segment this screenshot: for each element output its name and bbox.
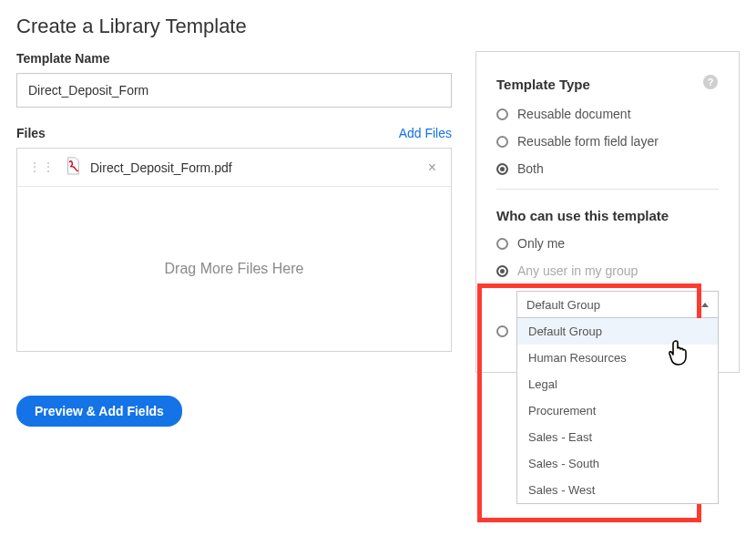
- divider: [496, 189, 719, 190]
- group-option-legal[interactable]: Legal: [517, 371, 718, 397]
- group-option-sales-south[interactable]: Sales - South: [517, 450, 718, 477]
- group-select[interactable]: Default Group Default Group Human Resour…: [516, 291, 719, 318]
- template-type-header: Template Type ?: [496, 74, 719, 94]
- radio-icon: [496, 163, 508, 175]
- radio-label: Only me: [517, 236, 565, 251]
- group-selected-value: Default Group: [526, 298, 600, 312]
- drag-handle-icon[interactable]: ⋮⋮: [28, 166, 56, 169]
- group-option-sales-east[interactable]: Sales - East: [517, 424, 718, 450]
- left-column: Template Name Files Add Files ⋮⋮ Direct_…: [16, 51, 452, 427]
- radio-icon: [496, 238, 508, 250]
- radio-icon: [496, 265, 508, 277]
- group-select-display[interactable]: Default Group: [516, 291, 719, 318]
- who-can-use-title: Who can use this template: [496, 208, 719, 223]
- radio-any-user-group[interactable]: Any user in my group: [496, 263, 719, 278]
- files-header: Files Add Files: [16, 126, 452, 140]
- add-files-link[interactable]: Add Files: [399, 126, 452, 140]
- preview-add-fields-button[interactable]: Preview & Add Fields: [16, 396, 182, 427]
- radio-icon: [496, 136, 508, 148]
- caret-up-icon: [701, 303, 709, 307]
- radio-both[interactable]: Both: [496, 161, 719, 176]
- radio-only-me[interactable]: Only me: [496, 236, 719, 251]
- right-panel: Template Type ? Reusable document Reusab…: [475, 51, 740, 373]
- radio-label: Both: [517, 161, 544, 176]
- template-type-title: Template Type: [496, 77, 590, 92]
- remove-file-icon[interactable]: ×: [424, 156, 440, 180]
- main-layout: Template Name Files Add Files ⋮⋮ Direct_…: [16, 51, 740, 427]
- files-dropzone[interactable]: Drag More Files Here: [17, 187, 451, 351]
- template-name-input[interactable]: [16, 73, 452, 108]
- radio-label: Reusable form field layer: [517, 134, 659, 149]
- files-label: Files: [16, 126, 46, 140]
- cursor-hand-icon: [667, 339, 690, 370]
- template-name-label: Template Name: [16, 51, 452, 66]
- radio-label: Reusable document: [517, 107, 631, 121]
- help-icon[interactable]: ?: [702, 74, 719, 94]
- group-option-sales-west[interactable]: Sales - West: [517, 477, 718, 503]
- file-row[interactable]: ⋮⋮ Direct_Deposit_Form.pdf ×: [17, 149, 451, 187]
- page-title: Create a Library Template: [16, 15, 740, 38]
- pdf-icon: [65, 157, 81, 179]
- radio-label: Any user in my group: [517, 263, 638, 278]
- radio-reusable-document[interactable]: Reusable document: [496, 107, 719, 121]
- file-name: Direct_Deposit_Form.pdf: [90, 160, 424, 175]
- radio-reusable-form-field-layer[interactable]: Reusable form field layer: [496, 134, 719, 149]
- svg-text:?: ?: [708, 77, 714, 88]
- group-option-procurement[interactable]: Procurement: [517, 397, 718, 424]
- radio-icon: [496, 325, 508, 337]
- files-box: ⋮⋮ Direct_Deposit_Form.pdf × Drag More F…: [16, 148, 452, 352]
- radio-icon: [496, 108, 508, 120]
